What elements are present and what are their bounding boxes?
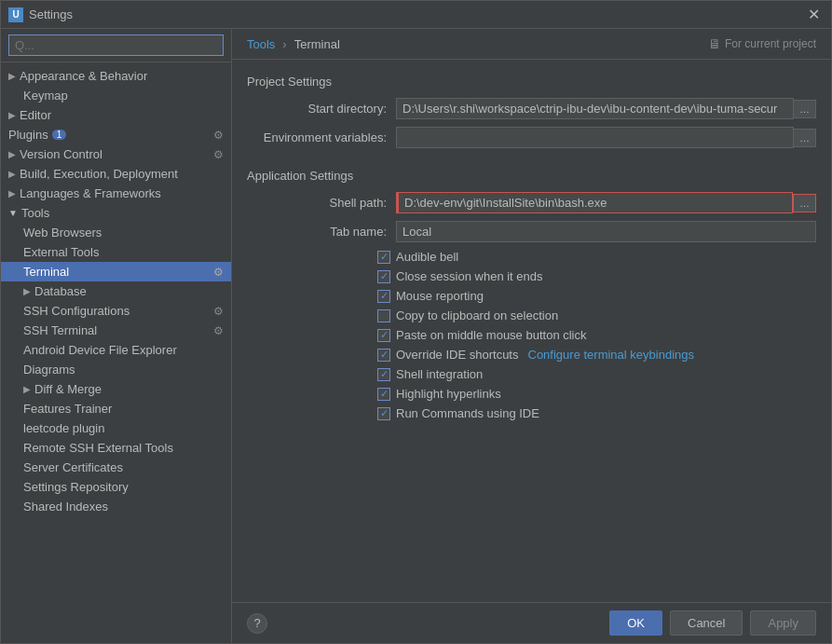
tab-name-wrapper: [396, 221, 816, 242]
start-directory-input[interactable]: [396, 98, 794, 119]
shell-path-row: Shell path: …: [247, 192, 816, 213]
shell-path-label: Shell path:: [247, 196, 396, 210]
sidebar-item-version-control[interactable]: ▶ Version Control ⚙: [1, 144, 231, 164]
sidebar-item-leetcode-plugin[interactable]: leetcode plugin: [1, 418, 231, 438]
override-ide-checkbox[interactable]: [377, 349, 390, 362]
shell-integration-checkbox[interactable]: [377, 368, 390, 381]
config-icon: ⚙: [213, 148, 224, 161]
sidebar-item-label: Diagrams: [23, 363, 75, 377]
sidebar-item-label: Web Browsers: [23, 226, 102, 240]
app-settings-title: Application Settings: [247, 169, 816, 183]
sidebar-item-external-tools[interactable]: External Tools: [1, 242, 231, 262]
run-commands-checkbox[interactable]: [377, 407, 390, 420]
sidebar-item-label: Android Device File Explorer: [23, 343, 177, 357]
highlight-hyperlinks-label: Highlight hyperlinks: [396, 387, 501, 401]
sidebar-item-label: Version Control: [20, 147, 102, 161]
audible-bell-label: Audible bell: [396, 250, 458, 264]
window-title: Settings: [29, 7, 804, 21]
audible-bell-checkbox[interactable]: [377, 251, 390, 264]
shell-path-input[interactable]: [396, 192, 793, 213]
footer: ? OK Cancel Apply: [232, 602, 831, 643]
env-variables-wrapper: …: [396, 127, 816, 148]
close-session-checkbox[interactable]: [377, 270, 390, 283]
sidebar-item-ssh-configurations[interactable]: SSH Configurations ⚙: [1, 301, 231, 321]
sidebar-item-label: Features Trainer: [23, 402, 112, 416]
copy-clipboard-row: Copy to clipboard on selection: [377, 308, 816, 322]
mouse-reporting-checkbox[interactable]: [377, 290, 390, 303]
sidebar-item-database[interactable]: ▶ Database: [1, 281, 231, 301]
sidebar-item-diff-merge[interactable]: ▶ Diff & Merge: [1, 379, 231, 399]
sidebar-item-plugins[interactable]: Plugins 1 ⚙: [1, 125, 231, 144]
sidebar-item-appearance-behavior[interactable]: ▶ Appearance & Behavior: [1, 66, 231, 86]
sidebar-item-label: Settings Repository: [23, 480, 129, 494]
env-variables-input[interactable]: [396, 127, 794, 148]
sidebar-item-android-device[interactable]: Android Device File Explorer: [1, 340, 231, 360]
sidebar-item-label: Terminal: [23, 265, 69, 279]
sidebar-item-tools[interactable]: ▼ Tools: [1, 203, 231, 223]
sidebar-item-shared-indexes[interactable]: Shared Indexes: [1, 497, 231, 516]
sidebar-item-settings-repository[interactable]: Settings Repository: [1, 477, 231, 497]
start-directory-browse-button[interactable]: …: [794, 100, 816, 118]
main-body: Project Settings Start directory: … Envi…: [232, 60, 831, 602]
sidebar-item-build-execution[interactable]: ▶ Build, Execution, Deployment: [1, 164, 231, 184]
env-variables-browse-button[interactable]: …: [794, 129, 816, 147]
sidebar-item-keymap[interactable]: Keymap: [1, 86, 231, 105]
for-project: 🖥 For current project: [708, 36, 816, 51]
config-icon: ⚙: [213, 324, 224, 337]
sidebar-item-label: Plugins: [8, 128, 48, 142]
sidebar-tree: ▶ Appearance & Behavior Keymap ▶ Editor …: [1, 62, 231, 643]
close-button[interactable]: ✕: [804, 6, 824, 23]
search-input[interactable]: [8, 34, 224, 56]
sidebar-item-ssh-terminal[interactable]: SSH Terminal ⚙: [1, 321, 231, 340]
arrow-icon: ▼: [8, 208, 18, 218]
env-variables-row: Environment variables: …: [247, 127, 816, 148]
breadcrumb-tools[interactable]: Tools: [247, 37, 275, 51]
sidebar-item-label: Keymap: [23, 89, 68, 103]
copy-clipboard-label: Copy to clipboard on selection: [396, 308, 558, 322]
sidebar-item-web-browsers[interactable]: Web Browsers: [1, 223, 231, 242]
mouse-reporting-row: Mouse reporting: [377, 289, 816, 303]
highlight-hyperlinks-row: Highlight hyperlinks: [377, 387, 816, 401]
breadcrumb-terminal: Terminal: [294, 37, 340, 51]
project-settings-title: Project Settings: [247, 75, 816, 89]
sidebar-item-label: leetcode plugin: [23, 421, 104, 435]
sidebar-item-server-certificates[interactable]: Server Certificates: [1, 458, 231, 477]
mouse-reporting-label: Mouse reporting: [396, 289, 484, 303]
paste-middle-checkbox[interactable]: [377, 329, 390, 342]
search-box: [1, 29, 231, 62]
sidebar-item-terminal[interactable]: Terminal ⚙: [1, 262, 231, 281]
settings-window: U Settings ✕ ▶ Appearance & Behavior Key…: [0, 0, 832, 644]
sidebar-item-label: Shared Indexes: [23, 500, 108, 514]
arrow-icon: ▶: [8, 149, 16, 159]
shell-path-browse-button[interactable]: …: [793, 194, 816, 212]
configure-keybindings-link[interactable]: Configure terminal keybindings: [528, 348, 694, 362]
audible-bell-row: Audible bell: [377, 250, 816, 264]
cancel-button[interactable]: Cancel: [670, 610, 743, 636]
arrow-icon: ▶: [8, 169, 16, 179]
copy-clipboard-checkbox[interactable]: [377, 309, 390, 322]
tab-name-input[interactable]: [396, 221, 816, 242]
app-icon: U: [8, 7, 23, 22]
override-ide-row: Override IDE shortcuts Configure termina…: [377, 348, 816, 362]
sidebar-item-languages-frameworks[interactable]: ▶ Languages & Frameworks: [1, 184, 231, 203]
close-session-row: Close session when it ends: [377, 269, 816, 283]
arrow-icon: ▶: [23, 286, 31, 296]
help-button[interactable]: ?: [247, 613, 267, 634]
sidebar-item-diagrams[interactable]: Diagrams: [1, 360, 231, 379]
override-ide-label: Override IDE shortcuts: [396, 348, 519, 362]
sidebar-item-label: Appearance & Behavior: [20, 69, 147, 83]
main-content: ▶ Appearance & Behavior Keymap ▶ Editor …: [1, 29, 831, 643]
ok-button[interactable]: OK: [609, 610, 662, 636]
plugins-badge: 1: [52, 130, 67, 140]
paste-middle-row: Paste on middle mouse button click: [377, 328, 816, 342]
sidebar-item-remote-ssh[interactable]: Remote SSH External Tools: [1, 438, 231, 458]
start-directory-row: Start directory: …: [247, 98, 816, 119]
arrow-icon: ▶: [8, 71, 16, 81]
sidebar-item-editor[interactable]: ▶ Editor: [1, 105, 231, 125]
apply-button[interactable]: Apply: [750, 610, 816, 636]
highlight-hyperlinks-checkbox[interactable]: [377, 388, 390, 401]
sidebar-item-label: SSH Terminal: [23, 323, 97, 337]
start-directory-wrapper: …: [396, 98, 816, 119]
sidebar-item-features-trainer[interactable]: Features Trainer: [1, 399, 231, 418]
tab-name-label: Tab name:: [247, 225, 396, 239]
